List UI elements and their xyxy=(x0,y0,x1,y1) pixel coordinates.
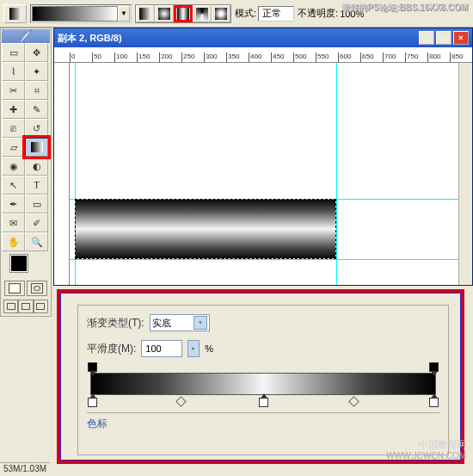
foreground-color-swatch[interactable] xyxy=(10,255,28,272)
smoothness-suffix: % xyxy=(205,343,213,354)
eraser-tool[interactable]: ▱ xyxy=(2,138,25,157)
ruler-tick: 600 xyxy=(338,53,351,63)
ruler-tick: 800 xyxy=(427,53,440,63)
crop-tool[interactable]: ✂ xyxy=(2,81,25,100)
midpoint-left[interactable] xyxy=(175,396,187,407)
document-titlebar[interactable]: 副本 2, RGB/8) _ □ × xyxy=(54,28,472,47)
guide-horizontal[interactable] xyxy=(70,259,458,260)
gradient-type-buttons xyxy=(135,4,231,23)
gradient-type-value: 实底 xyxy=(152,317,194,330)
close-button[interactable]: × xyxy=(453,31,469,45)
ruler-tick: 650 xyxy=(360,53,373,63)
canvas[interactable] xyxy=(70,63,458,285)
tools-header[interactable] xyxy=(2,29,50,43)
horizontal-ruler: 0 50 100 150 200 250 300 350 400 450 500… xyxy=(54,47,472,63)
shape-tool[interactable]: ▭ xyxy=(25,195,48,213)
document-window: 副本 2, RGB/8) _ □ × 0 50 100 150 200 250 … xyxy=(53,28,473,286)
gradient-tool[interactable] xyxy=(25,138,48,157)
ruler-tick: 350 xyxy=(226,53,239,63)
gradient-type-label: 渐变类型(T): xyxy=(87,316,144,331)
ruler-tick: 100 xyxy=(114,53,127,63)
heal-tool[interactable]: ✚ xyxy=(2,100,25,119)
move-tool[interactable]: ✥ xyxy=(25,43,48,62)
color-stop-mid[interactable] xyxy=(259,398,268,407)
smoothness-input[interactable] xyxy=(141,340,182,357)
eyedropper-tool[interactable]: ✐ xyxy=(25,213,48,232)
mode-value: 正常 xyxy=(262,8,281,18)
vertical-scrollbar[interactable] xyxy=(458,63,472,285)
ruler-tick: 250 xyxy=(181,53,194,63)
ruler-tick: 300 xyxy=(204,53,217,63)
opacity-label: 不透明度: xyxy=(298,7,338,20)
ruler-tick: 400 xyxy=(249,53,261,63)
pen-tool[interactable]: ✒ xyxy=(2,195,25,213)
midpoint-right[interactable] xyxy=(348,396,359,407)
screen-standard-button[interactable] xyxy=(3,300,18,313)
opacity-stop-right[interactable] xyxy=(429,362,439,372)
guide-vertical[interactable] xyxy=(336,63,337,285)
ruler-tick: 700 xyxy=(383,53,396,63)
ruler-tick: 0 xyxy=(70,53,75,63)
gradient-reflected-button[interactable] xyxy=(174,5,193,22)
minimize-button[interactable]: _ xyxy=(419,31,434,45)
feather-icon xyxy=(17,28,34,45)
watermark-bottom-text: 中国教程网 xyxy=(419,438,466,451)
blur-tool[interactable]: ◉ xyxy=(2,157,25,176)
dodge-tool[interactable]: ◐ xyxy=(25,157,48,176)
color-swatches[interactable] xyxy=(2,251,50,279)
screen-full-menu-button[interactable] xyxy=(18,300,33,313)
color-stop-left[interactable] xyxy=(88,398,97,407)
ruler-tick: 550 xyxy=(316,53,329,63)
watermark-top: 最好的PS论坛:BBS.16XX8.COM xyxy=(341,2,468,14)
quickmask-mode-button[interactable] xyxy=(27,281,47,296)
ruler-tick: 150 xyxy=(137,53,150,63)
gradient-dropdown-icon[interactable]: ▼ xyxy=(118,6,130,22)
gradient-preview[interactable]: ▼ xyxy=(30,4,132,23)
ruler-tick: 200 xyxy=(159,53,172,63)
lasso-tool[interactable]: ⌇ xyxy=(2,62,25,81)
tools-palette: ▭ ✥ ⌇ ✦ ✂ ⌗ ✚ ✎ ⎚ ↺ ▱ ◉ ◐ ↖ T ✒ ▭ ✉ ✐ ✋ … xyxy=(0,28,52,317)
opacity-stop-left[interactable] xyxy=(88,362,97,372)
history-brush-tool[interactable]: ↺ xyxy=(25,119,48,138)
watermark-bottom: 中国教程网 WWW.JCWCN.COM xyxy=(386,438,466,461)
ruler-tick: 450 xyxy=(271,53,284,63)
gradient-angle-button[interactable] xyxy=(193,5,212,22)
ruler-tick: 50 xyxy=(92,53,101,63)
smoothness-spinner[interactable]: ▸ xyxy=(187,340,200,357)
zoom-tool[interactable]: 🔍 xyxy=(25,232,48,251)
notes-tool[interactable]: ✉ xyxy=(2,213,25,232)
gradient-radial-button[interactable] xyxy=(155,5,174,22)
mode-select[interactable]: 正常 xyxy=(258,6,294,22)
maximize-button[interactable]: □ xyxy=(436,31,452,45)
ruler-tick: 500 xyxy=(293,53,306,63)
mode-label: 模式: xyxy=(235,7,256,20)
standard-mode-button[interactable] xyxy=(4,281,25,296)
vertical-ruler xyxy=(54,63,70,285)
color-stop-right[interactable] xyxy=(429,398,439,407)
screen-full-button[interactable] xyxy=(34,300,48,313)
dropdown-icon[interactable]: ▾ xyxy=(194,316,207,330)
status-bar: 53M/1.03M xyxy=(0,462,50,476)
hand-tool[interactable]: ✋ xyxy=(2,232,25,251)
brush-tool[interactable]: ✎ xyxy=(25,100,48,119)
gradient-linear-button[interactable] xyxy=(136,5,155,22)
marquee-tool[interactable]: ▭ xyxy=(2,43,25,62)
stamp-tool[interactable]: ⎚ xyxy=(2,119,25,138)
stops-section-label: 色标 xyxy=(87,412,439,431)
ruler-tick: 750 xyxy=(405,53,418,63)
watermark-bottom-url: WWW.JCWCN.COM xyxy=(386,451,466,461)
slice-tool[interactable]: ⌗ xyxy=(25,81,48,100)
gradient-diamond-button[interactable] xyxy=(212,5,230,22)
path-tool[interactable]: ↖ xyxy=(2,176,25,195)
gradient-track[interactable] xyxy=(90,373,436,395)
smoothness-label: 平滑度(M): xyxy=(87,342,136,356)
tool-indicator xyxy=(3,4,27,23)
document-title: 副本 2, RGB/8) xyxy=(58,32,419,45)
ruler-tick: 850 xyxy=(450,53,463,63)
wand-tool[interactable]: ✦ xyxy=(25,62,48,81)
selection-marquee xyxy=(75,199,336,259)
gradient-type-select[interactable]: 实底 ▾ xyxy=(150,314,210,331)
type-tool[interactable]: T xyxy=(25,176,48,195)
